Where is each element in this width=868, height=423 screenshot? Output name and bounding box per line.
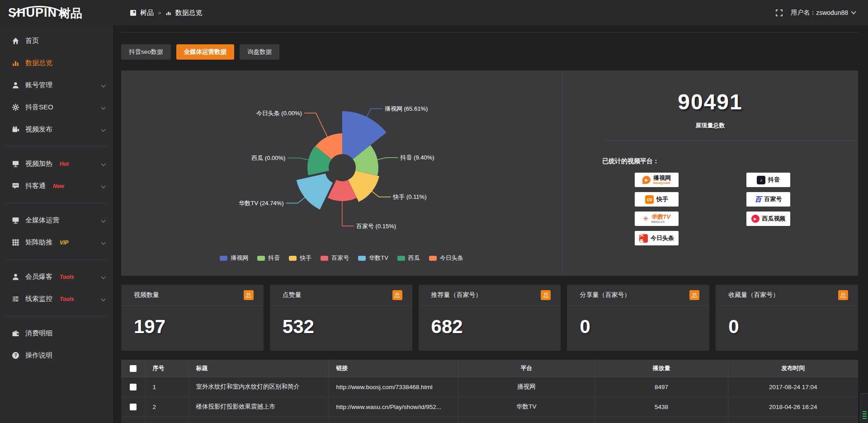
legend-item-百家号[interactable]: 百家号 [321,254,349,262]
breadcrumb-root[interactable]: 树品 [140,9,154,17]
legend-item-抖音[interactable]: 抖音 [257,254,280,262]
total-badge[interactable]: 总 [541,290,551,300]
legend-item-今日头条[interactable]: 今日头条 [429,254,463,262]
sidebar-item-线索监控[interactable]: 线索监控Tools [0,288,113,310]
total-badge[interactable]: 总 [689,290,699,300]
platform-name: 华数TV [651,214,670,220]
grid-icon [12,239,19,246]
platform-name: 百家号 [764,195,782,203]
table-header-播放量: 播放量 [595,360,728,377]
stat-card-视频数量: 视频数量总197 [121,285,264,351]
total-badge[interactable]: 总 [244,290,254,300]
summary-section: 90491 展现量总数 已统计的视频平台： ▶播视网boosj.comco快手✳… [562,70,858,276]
platform-badge-百家号[interactable]: 百百家号 [746,192,790,207]
sidebar-item-操作说明[interactable]: ?操作说明 [0,344,113,367]
boosj-logo-icon: ▶ [642,176,651,184]
sidebar-item-label: 操作说明 [25,351,52,360]
legend-label: 西瓜 [408,254,420,262]
tab-全媒体运营数据[interactable]: 全媒体运营数据 [176,44,235,60]
sidebar-item-视频加热[interactable]: 视频加热Hot [0,153,113,175]
tab-抖音seo数据[interactable]: 抖音seo数据 [121,44,171,60]
floating-widget[interactable] [860,393,868,422]
sidebar-divider [6,316,107,316]
stat-card-title: 分享量（百家号） [580,291,630,299]
sidebar-item-消费明细[interactable]: 消费明细 [0,322,113,344]
stat-card-点赞量: 点赞量总532 [270,285,412,351]
videos-table: 序号标题链接平台播放量发布时间 1室外水纹灯和室内水纹灯的区别和简介http:/… [121,360,858,423]
sidebar-item-账号管理[interactable]: 账号管理 [0,74,113,96]
sidebar-item-首页[interactable]: 首页 [0,30,113,52]
sidebar-item-会员爆客[interactable]: 会员爆客Tools [0,266,113,288]
chevron-down-icon [101,105,106,110]
user-menu[interactable]: 用户名：zswodun88 [791,9,855,17]
legend-label: 华数TV [369,254,388,262]
select-all-checkbox[interactable] [130,365,137,372]
table-header-发布时间: 发布时间 [728,360,858,377]
pie-label-line [377,158,398,160]
cell-link[interactable] [329,417,458,423]
sidebar-item-label: 首页 [25,37,39,45]
cell-link[interactable]: http://www.wasu.cn/Play/show/id/952... [329,397,458,417]
legend-item-快手[interactable]: 快手 [289,254,311,262]
legend-item-华数TV[interactable]: 华数TV [358,254,388,262]
tab-询盘数据[interactable]: 询盘数据 [240,44,279,60]
sidebar-item-抖客通[interactable]: 抖客通New [0,175,113,197]
legend-swatch [257,256,265,261]
cell-title[interactable] [189,417,329,423]
monitor-icon [12,216,19,224]
platform-badge-西瓜视频[interactable]: ▶西瓜视频 [746,212,790,226]
sidebar-item-数据总览[interactable]: 数据总览 [0,52,113,74]
chevron-down-icon [851,9,856,14]
table-header-checkbox [121,360,145,377]
sidebar-item-矩阵助推[interactable]: 矩阵助推VIP [0,231,113,254]
breadcrumb-current[interactable]: 数据总览 [175,9,203,17]
cell-platform: 播视网 [458,377,595,397]
platform-badge-播视网[interactable]: ▶播视网boosj.com [635,173,679,187]
legend-item-西瓜[interactable]: 西瓜 [397,254,420,262]
sidebar-item-全媒体运营[interactable]: 全媒体运营 [0,209,113,231]
stat-card-title: 点赞量 [283,291,302,299]
chart-panel: 播视网 (65.61%)抖音 (9.40%)快手 (0.11%)百家号 (0.1… [121,70,858,276]
sidebar-item-label: 抖音SEO [25,103,53,112]
app-logo: SHUPIN 树品 [0,7,113,19]
cell-platform: 华数TV [458,397,595,417]
legend-swatch [289,256,297,261]
cell-plays: 8497 [595,377,728,397]
username-label: 用户名： [791,9,816,17]
cell-link[interactable]: http://www.boosj.com/7338468.html [329,377,458,397]
total-badge[interactable]: 总 [392,290,402,300]
sidebar-item-抖音SEO[interactable]: 抖音SEO [0,96,113,118]
table-header-平台: 平台 [458,360,595,377]
row-checkbox[interactable] [130,384,137,390]
legend-item-播视网[interactable]: 播视网 [220,254,248,262]
cell-title[interactable]: 楼体投影灯投影效果震撼上市 [189,397,329,417]
kuaishou-logo-icon: co [645,195,654,204]
platform-badge-今日头条[interactable]: 头条今日头条 [635,231,679,245]
xigua-logo-icon: ▶ [751,215,760,223]
platform-column: ▶播视网boosj.comco快手✳华数TVwasu.cn头条今日头条 [635,173,679,245]
video-icon [12,126,19,133]
sidebar-item-label: 会员爆客 [25,273,52,281]
row-checkbox-cell [121,377,145,397]
row-checkbox[interactable] [130,404,137,410]
platform-badge-华数TV[interactable]: ✳华数TVwasu.cn [635,212,679,226]
chevron-down-icon [101,83,106,88]
chevron-down-icon [101,184,106,188]
pie-slice-华数TV[interactable] [297,174,333,210]
pie-label-line [304,113,328,137]
stat-card-value: 532 [270,306,412,338]
sidebar-item-视频发布[interactable]: 视频发布 [0,118,113,141]
chevron-down-icon [101,275,106,279]
fullscreen-icon[interactable] [776,9,783,16]
platform-badge-抖音[interactable]: ♪抖音 [746,173,790,187]
platform-badge-快手[interactable]: co快手 [635,192,679,207]
wasu-logo-icon: ✳ [643,215,649,223]
table-row: 1室外水纹灯和室内水纹灯的区别和简介http://www.boosj.com/7… [121,377,858,397]
legend-label: 今日头条 [440,254,463,262]
stat-card-推荐量（百家号）: 推荐量（百家号）总682 [419,285,561,351]
cell-index: 2 [145,397,189,417]
sliders-icon [12,295,19,303]
legend-swatch [321,256,328,261]
total-badge[interactable]: 总 [838,290,848,300]
cell-title[interactable]: 室外水纹灯和室内水纹灯的区别和简介 [189,377,329,397]
